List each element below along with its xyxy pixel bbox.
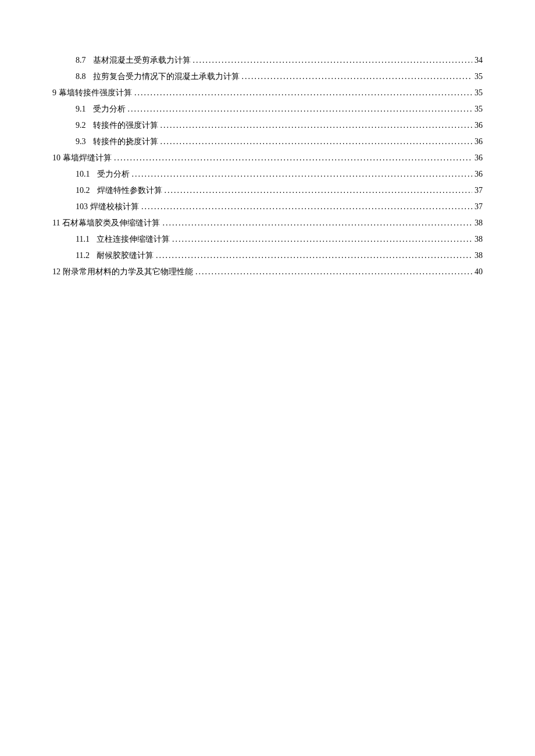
toc-leader-dots <box>165 182 473 199</box>
toc-entry-page: 38 <box>475 248 483 264</box>
toc-entry-number: 12 <box>52 264 60 280</box>
toc-entry-title: 转接件的强度计算 <box>93 117 158 134</box>
toc-leader-dots <box>128 101 473 117</box>
toc-entry-title: 石材幕墙胶类及伸缩缝计算 <box>62 215 160 231</box>
toc-entry-page: 38 <box>475 231 483 248</box>
toc-entry-number: 9.1 <box>76 101 86 117</box>
toc-leader-dots <box>134 85 472 101</box>
toc-entry-number: 11.2 <box>76 248 90 264</box>
toc-entry-page: 40 <box>475 264 483 280</box>
toc-entry: 11.2耐候胶胶缝计算38 <box>52 248 483 264</box>
toc-entry: 12附录常用材料的力学及其它物理性能40 <box>52 264 483 280</box>
toc-entry-page: 35 <box>475 85 483 101</box>
toc-entry-title: 基材混凝土受剪承载力计算 <box>93 52 191 69</box>
toc-entry: 11.1立柱连接伸缩缝计算38 <box>52 231 483 248</box>
toc-entry: 9.2转接件的强度计算36 <box>52 117 483 134</box>
toc-entry-number: 11.1 <box>76 231 90 248</box>
toc-entry: 10.1受力分析36 <box>52 166 483 182</box>
toc-entry: 9幕墙转接件强度计算35 <box>52 85 483 101</box>
toc-entry-title: 焊缝特性参数计算 <box>97 182 162 199</box>
toc-entry-page: 35 <box>475 69 483 85</box>
toc-entry-title: 耐候胶胶缝计算 <box>97 248 154 264</box>
toc-leader-dots <box>160 134 473 150</box>
toc-leader-dots <box>156 248 472 264</box>
toc-entry-title: 幕墙焊缝计算 <box>63 150 112 166</box>
toc-leader-dots <box>141 199 472 215</box>
toc-entry-title: 附录常用材料的力学及其它物理性能 <box>63 264 193 280</box>
table-of-contents: 8.7基材混凝土受剪承载力计算348.8拉剪复合受力情况下的混凝土承载力计算35… <box>52 52 483 280</box>
toc-leader-dots <box>242 69 473 85</box>
toc-entry: 8.7基材混凝土受剪承载力计算34 <box>52 52 483 69</box>
toc-entry-title: 焊缝校核计算 <box>90 199 139 215</box>
toc-entry: 11石材幕墙胶类及伸缩缝计算38 <box>52 215 483 231</box>
toc-entry-number: 9 <box>52 85 56 101</box>
toc-leader-dots <box>193 52 473 69</box>
toc-entry-number: 9.3 <box>76 134 86 150</box>
toc-entry: 9.3转接件的挠度计算36 <box>52 134 483 150</box>
toc-entry-title: 转接件的挠度计算 <box>93 134 158 150</box>
toc-entry: 10.2焊缝特性参数计算37 <box>52 182 483 199</box>
toc-entry: 9.1受力分析35 <box>52 101 483 117</box>
toc-entry-page: 36 <box>475 150 483 166</box>
toc-entry: 103焊缝校核计算37 <box>52 199 483 215</box>
toc-entry-title: 受力分析 <box>97 166 130 182</box>
toc-entry-number: 10.1 <box>76 166 90 182</box>
toc-entry-page: 36 <box>475 166 483 182</box>
toc-leader-dots <box>160 117 473 134</box>
toc-entry-title: 受力分析 <box>93 101 126 117</box>
toc-entry-number: 10 <box>52 150 60 166</box>
toc-entry-number: 9.2 <box>76 117 86 134</box>
toc-entry-page: 35 <box>475 101 483 117</box>
toc-entry: 10幕墙焊缝计算36 <box>52 150 483 166</box>
toc-entry: 8.8拉剪复合受力情况下的混凝土承载力计算35 <box>52 69 483 85</box>
toc-entry-page: 36 <box>475 117 483 134</box>
toc-entry-number: 10.2 <box>76 182 90 199</box>
toc-leader-dots <box>162 215 472 231</box>
toc-entry-page: 37 <box>475 182 483 199</box>
toc-entry-page: 34 <box>475 52 483 69</box>
toc-entry-title: 幕墙转接件强度计算 <box>59 85 132 101</box>
toc-entry-page: 38 <box>475 215 483 231</box>
toc-leader-dots <box>195 264 472 280</box>
toc-entry-number: 8.7 <box>76 52 86 69</box>
toc-entry-number: 8.8 <box>76 69 86 85</box>
toc-entry-title: 立柱连接伸缩缝计算 <box>97 231 170 248</box>
toc-entry-number: 11 <box>52 215 60 231</box>
toc-leader-dots <box>132 166 473 182</box>
toc-leader-dots <box>114 150 472 166</box>
toc-leader-dots <box>172 231 472 248</box>
toc-entry-page: 37 <box>475 199 483 215</box>
toc-entry-title: 拉剪复合受力情况下的混凝土承载力计算 <box>93 69 240 85</box>
toc-entry-page: 36 <box>475 134 483 150</box>
toc-entry-number: 103 <box>76 199 88 215</box>
